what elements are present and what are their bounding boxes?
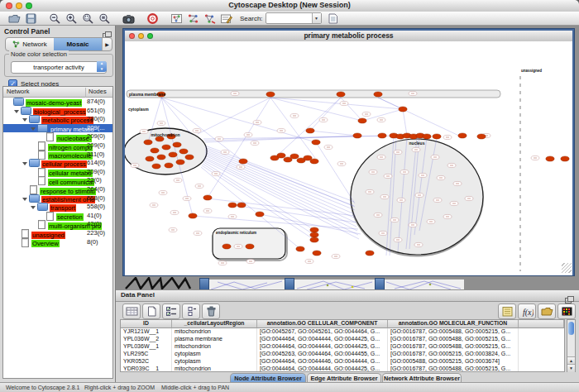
data-panel-titlebar[interactable]: Data Panel xyxy=(116,290,579,302)
selected-node[interactable] xyxy=(306,128,314,133)
delete-attribute-icon[interactable] xyxy=(202,304,220,319)
plasma-membrane-region[interactable] xyxy=(127,90,500,98)
selected-node[interactable] xyxy=(246,244,254,249)
tab-network[interactable]: Network xyxy=(6,38,54,50)
selected-node[interactable] xyxy=(169,152,177,157)
selected-node[interactable] xyxy=(458,133,467,138)
attribute-checklist-icon[interactable] xyxy=(162,304,180,319)
tree-row-cell-communicat[interactable]: cell communicat22(0) xyxy=(3,176,112,185)
column-header[interactable] xyxy=(519,320,564,328)
import-attributes-icon[interactable] xyxy=(538,304,556,319)
expand-arrow-icon[interactable] xyxy=(22,118,27,122)
table-cell[interactable]: [GO:0016787, GO:0005488, GO:0005215, G..… xyxy=(388,366,519,372)
background-window-edge[interactable] xyxy=(375,278,385,290)
node-color-dropdown[interactable]: transporter activity ▲▼ xyxy=(11,61,107,74)
snapshot-camera-icon[interactable] xyxy=(121,12,136,25)
zoom-fit-icon[interactable] xyxy=(97,12,112,25)
scrollbar-thumb[interactable] xyxy=(568,322,574,335)
selected-node[interactable] xyxy=(162,145,170,150)
background-window-edge[interactable] xyxy=(285,278,294,290)
selected-node[interactable] xyxy=(185,155,194,160)
selected-node[interactable] xyxy=(312,140,320,145)
expand-arrow-icon[interactable] xyxy=(22,198,27,201)
selected-node[interactable] xyxy=(374,92,382,97)
table-cell[interactable]: [GO:0016787, GO:0005488, GO:0005215, G..… xyxy=(388,328,519,336)
selected-node[interactable] xyxy=(561,156,569,161)
attribute-table[interactable]: ID_cellularLayoutRegionannotation.GO CEL… xyxy=(120,319,565,372)
background-window-edge[interactable] xyxy=(199,278,209,290)
selected-node[interactable] xyxy=(310,159,318,164)
tab-overflow-arrow-icon[interactable]: ▶ xyxy=(102,38,112,50)
selected-node[interactable] xyxy=(310,237,318,242)
table-cell[interactable]: [GO:0016787, GO:0005488, GO:0005215, G..… xyxy=(388,336,519,343)
zoom-selected-icon[interactable] xyxy=(80,12,95,25)
resize-grip[interactable] xyxy=(562,263,572,273)
zoom-in-icon[interactable] xyxy=(64,12,79,25)
column-header[interactable]: annotation.GO CELLULAR_COMPONENT xyxy=(257,320,388,328)
table-cell[interactable]: mitochondrion xyxy=(172,343,257,351)
expand-arrow-icon[interactable] xyxy=(14,110,19,113)
column-header[interactable]: _cellularLayoutRegion xyxy=(172,320,257,328)
selected-node[interactable] xyxy=(144,140,152,145)
selected-node[interactable] xyxy=(189,213,197,218)
tree-row-cellular-metabo[interactable]: cellular metabo209(0) xyxy=(3,168,112,177)
selected-node[interactable] xyxy=(151,148,159,153)
selected-node[interactable] xyxy=(165,163,173,168)
annotation-icon[interactable] xyxy=(218,12,233,25)
selected-node[interactable] xyxy=(266,92,275,97)
tree-row-overview[interactable]: Overview8(0) xyxy=(3,238,112,247)
selected-node[interactable] xyxy=(152,164,160,169)
selected-node[interactable] xyxy=(146,156,154,161)
table-cell[interactable]: YDR039C__1 xyxy=(121,366,172,372)
table-cell[interactable]: [GO:0044464, GO:0044444, GO:0044425, G..… xyxy=(257,343,388,351)
table-cell[interactable]: YKR052C xyxy=(121,358,172,366)
selected-node[interactable] xyxy=(290,154,299,159)
tree-row-multi-organism-pro[interactable]: multi-organism pro42(0) xyxy=(3,220,112,229)
table-cell[interactable]: YPL036W__2 xyxy=(121,336,172,343)
tree-row-transport[interactable]: transport558(0) xyxy=(3,203,112,212)
selected-node[interactable] xyxy=(337,92,345,97)
selected-node[interactable] xyxy=(173,142,181,147)
table-cell[interactable]: [GO:0044464, GO:0044444, GO:0044425, G..… xyxy=(257,366,388,372)
column-header[interactable]: annotation.GO MOLECULAR_FUNCTION xyxy=(388,320,519,328)
network-import-icon[interactable] xyxy=(185,12,200,25)
attribute-matrix-icon[interactable] xyxy=(557,304,576,319)
table-cell[interactable]: [GO:0045263, GO:0044464, GO:0044455, G..… xyxy=(257,351,388,358)
table-cell[interactable]: YJR121W__1 xyxy=(121,328,172,336)
expand-arrow-icon[interactable] xyxy=(22,162,27,165)
network-export-icon[interactable] xyxy=(202,12,217,25)
table-cell[interactable]: YLR295C xyxy=(121,351,172,358)
zoom-out-icon[interactable] xyxy=(47,12,62,25)
selected-node[interactable] xyxy=(310,232,318,237)
column-header[interactable]: ID xyxy=(121,320,172,328)
tree-row-unassigned[interactable]: unassigned223(0) xyxy=(3,229,112,238)
tree-row-mosaic-demo-yeast[interactable]: mosaic-demo-yeast874(0) xyxy=(3,98,112,107)
table-cell[interactable]: mitochondrion xyxy=(172,366,257,372)
selected-node[interactable] xyxy=(228,203,237,208)
tree-row-nitrogen-compo[interactable]: nitrogen compo209(0) xyxy=(3,141,112,151)
selected-node[interactable] xyxy=(433,134,441,139)
selected-node[interactable] xyxy=(477,134,486,139)
function-builder-icon[interactable]: f(x) xyxy=(518,304,536,319)
selected-node[interactable] xyxy=(310,227,318,232)
table-cell[interactable]: plasma membrane xyxy=(172,336,257,343)
table-cell[interactable]: [GO:0045267, GO:0045261, GO:0044464, G..… xyxy=(257,328,388,336)
table-cell[interactable]: cytoplasm xyxy=(172,358,257,366)
network-tree-header[interactable]: Network Nodes xyxy=(3,87,112,98)
selected-node[interactable] xyxy=(423,134,431,139)
table-scrollbar[interactable]: ▲ ▼ xyxy=(567,319,576,372)
tree-row-metabolic-process[interactable]: metabolic process280(0) xyxy=(3,115,112,124)
selected-node[interactable] xyxy=(203,195,212,200)
selected-node[interactable] xyxy=(277,153,285,158)
selected-node[interactable] xyxy=(546,156,554,161)
float-panel-icon[interactable] xyxy=(565,292,574,299)
network-canvas[interactable]: plasma membranecytoplasmmitochondrionnuc… xyxy=(125,41,572,275)
expand-arrow-icon[interactable] xyxy=(31,206,36,209)
tab-mosaic[interactable]: Mosaic xyxy=(54,38,102,50)
tree-row-cellular-process[interactable]: cellular process614(0) xyxy=(3,159,112,168)
table-cell[interactable]: [GO:0044464, GO:0044446, GO:0044444, G..… xyxy=(257,358,388,366)
selected-node[interactable] xyxy=(366,251,374,256)
selected-node[interactable] xyxy=(358,118,366,123)
open-folder-icon[interactable] xyxy=(7,12,22,25)
tree-row-secretion[interactable]: secretion41(0) xyxy=(3,212,112,221)
